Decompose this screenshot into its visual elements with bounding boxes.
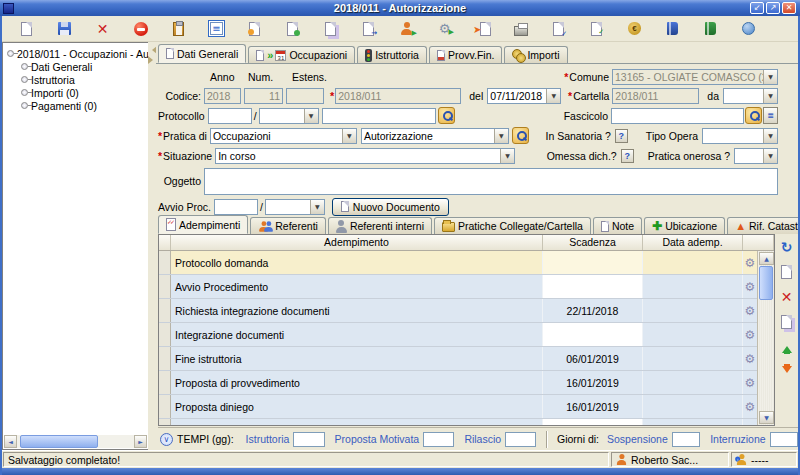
- codice-full-field[interactable]: 2018/011: [335, 88, 461, 104]
- paste-icon[interactable]: [170, 20, 187, 37]
- codice-anno-field[interactable]: 2018: [204, 88, 241, 104]
- header-scadenza[interactable]: Scadenza: [543, 235, 643, 250]
- table-row[interactable]: Proposta di provvedimento 16/01/2019 ⚙: [159, 371, 774, 395]
- close-button[interactable]: ✕: [782, 2, 796, 14]
- codice-estens-field[interactable]: [286, 88, 324, 104]
- tree-view-icon[interactable]: ≡: [208, 20, 225, 37]
- tab-dati-generali[interactable]: Dati Generali: [158, 44, 246, 63]
- comune-select[interactable]: 13165 - OLGIATE COMASCO (22077) - CO ▼: [612, 69, 778, 85]
- tab-occupazioni[interactable]: » 31 Occupazioni: [248, 46, 355, 63]
- pratica-sub-select[interactable]: Autorizzazione ▼: [361, 128, 509, 144]
- data-pratica-select[interactable]: 07/11/2018 ▼: [487, 88, 561, 104]
- interruzione-field[interactable]: [770, 432, 798, 447]
- chevron-down-icon[interactable]: ▼: [763, 70, 777, 84]
- protocollo-desc-field[interactable]: [322, 108, 436, 124]
- table-row[interactable]: Proposta diniego 16/01/2019 ⚙: [159, 395, 774, 419]
- move-up-icon[interactable]: [778, 338, 795, 355]
- gear-icon[interactable]: ⚙: [743, 323, 757, 346]
- edit-document-icon[interactable]: [284, 20, 301, 37]
- scrollbar-thumb[interactable]: [20, 435, 98, 448]
- tree-root-node[interactable]: 2018/011 - Occupazioni - Auto: [7, 47, 148, 60]
- gear-icon[interactable]: ⚙: [743, 275, 757, 298]
- tab-referenti[interactable]: Referenti: [250, 217, 326, 234]
- table-row[interactable]: Avvio Procedimento ⚙: [159, 275, 774, 299]
- da-select[interactable]: ▼: [723, 88, 778, 104]
- new-row-icon[interactable]: [778, 263, 795, 280]
- refresh-icon[interactable]: ↻: [778, 238, 795, 255]
- pratica-tipo-select[interactable]: Occupazioni ▼: [210, 128, 357, 144]
- delete-icon[interactable]: ✕: [94, 20, 111, 37]
- help-icon[interactable]: ?: [621, 149, 634, 163]
- scroll-down-icon[interactable]: ▼: [759, 411, 774, 424]
- copy-row-icon[interactable]: [778, 313, 795, 330]
- sospensione-field[interactable]: [672, 432, 700, 447]
- proposta-motivata-field[interactable]: [423, 432, 454, 447]
- protocollo-num-field[interactable]: [208, 108, 252, 124]
- hierarchy-icon[interactable]: ≣: [763, 107, 778, 124]
- scroll-up-icon[interactable]: ▲: [759, 252, 774, 265]
- codice-num-field[interactable]: 11: [244, 88, 283, 104]
- scrollbar-thumb[interactable]: [759, 266, 773, 300]
- table-row[interactable]: Protocollo domanda ⚙: [159, 251, 774, 275]
- tree-expand-handle[interactable]: [7, 50, 14, 57]
- maximize-button[interactable]: ↗: [766, 2, 780, 14]
- archive-blue-icon[interactable]: [664, 20, 681, 37]
- help-icon[interactable]: ?: [615, 129, 628, 143]
- search-icon[interactable]: [745, 107, 762, 124]
- avvio-anno-select[interactable]: ▼: [265, 199, 325, 215]
- tree-horizontal-scrollbar[interactable]: ◄ ►: [4, 435, 147, 448]
- table-row[interactable]: Integrazione osservazioni ⚙: [159, 419, 774, 426]
- gear-icon[interactable]: ⚙: [743, 299, 757, 322]
- split-pane-divider[interactable]: [148, 42, 156, 450]
- oggetto-field[interactable]: [204, 168, 778, 195]
- search-icon[interactable]: [438, 107, 455, 124]
- chevron-down-icon[interactable]: ▼: [304, 109, 318, 123]
- header-adempimento[interactable]: Adempimento: [171, 235, 543, 250]
- fascicolo-field[interactable]: [611, 108, 744, 124]
- task-complete-icon[interactable]: ✓: [588, 20, 605, 37]
- pratica-onerosa-select[interactable]: ▼: [734, 148, 778, 164]
- scroll-left-icon[interactable]: ◄: [4, 435, 17, 448]
- nuovo-documento-button[interactable]: Nuovo Documento: [332, 198, 449, 216]
- export-document-icon[interactable]: →: [360, 20, 377, 37]
- tree-node-dati-generali[interactable]: Dati Generali: [21, 60, 148, 73]
- web-upload-icon[interactable]: [740, 20, 757, 37]
- delete-row-icon[interactable]: ✕: [778, 288, 795, 305]
- chevron-down-icon[interactable]: ▼: [342, 129, 356, 143]
- gear-icon[interactable]: ⚙: [743, 371, 757, 394]
- minimize-button[interactable]: ↙: [750, 2, 764, 14]
- save-icon[interactable]: [56, 20, 73, 37]
- tab-adempimenti[interactable]: Adempimenti: [158, 215, 248, 234]
- archive-green-icon[interactable]: [702, 20, 719, 37]
- rilascio-field[interactable]: [505, 432, 536, 447]
- tree-expand-handle[interactable]: [21, 63, 28, 70]
- tree-expand-handle[interactable]: [21, 76, 28, 83]
- protocollo-anno-select[interactable]: ▼: [259, 108, 319, 124]
- chevron-down-icon[interactable]: ▼: [763, 149, 777, 163]
- avvio-num-field[interactable]: [214, 199, 258, 215]
- chevron-down-icon[interactable]: ▼: [546, 89, 560, 103]
- tipo-opera-select[interactable]: ▼: [702, 128, 778, 144]
- verify-documents-icon[interactable]: ✓: [550, 20, 567, 37]
- tree-expand-handle[interactable]: [21, 102, 28, 109]
- table-vertical-scrollbar[interactable]: ▲ ▼: [757, 251, 774, 425]
- money-bag-icon[interactable]: €: [626, 20, 643, 37]
- move-down-icon[interactable]: [778, 363, 795, 380]
- collapse-chevron-icon[interactable]: ∨: [160, 433, 173, 446]
- send-document-icon[interactable]: ➤: [474, 20, 491, 37]
- scroll-right-icon[interactable]: ►: [134, 435, 147, 448]
- chevron-down-icon[interactable]: ▼: [310, 200, 324, 214]
- tab-pratiche-collegate[interactable]: Pratiche Collegate/Cartella: [434, 217, 591, 234]
- tab-istruttoria[interactable]: Istruttoria: [357, 46, 427, 63]
- table-row[interactable]: Integrazione documenti ⚙: [159, 323, 774, 347]
- user-run-icon[interactable]: ▶: [398, 20, 415, 37]
- tab-importi[interactable]: Importi: [504, 46, 567, 63]
- stop-icon[interactable]: [132, 20, 149, 37]
- tree-node-pagamenti[interactable]: Pagamenti (0): [21, 99, 148, 112]
- tab-ubicazione[interactable]: ✚ Ubicazione: [644, 217, 725, 234]
- table-row[interactable]: Richiesta integrazione documenti 22/11/2…: [159, 299, 774, 323]
- tree-expand-handle[interactable]: [21, 89, 28, 96]
- protocol-document-icon[interactable]: [246, 20, 263, 37]
- gear-icon[interactable]: ⚙: [743, 419, 757, 426]
- tree-node-istruttoria[interactable]: Istruttoria: [21, 73, 148, 86]
